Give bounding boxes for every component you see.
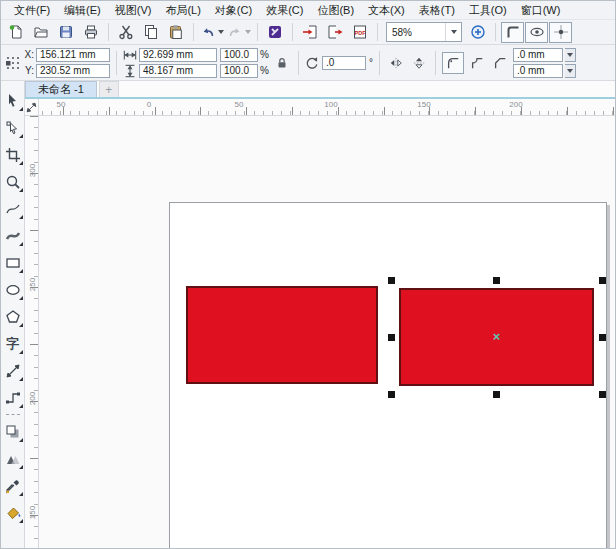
menu-item[interactable]: 窗口(W) <box>514 1 568 20</box>
selection-handle[interactable] <box>388 391 395 398</box>
menu-item[interactable]: 效果(C) <box>259 1 310 20</box>
spinner-button[interactable] <box>565 48 576 62</box>
rectangle-shape[interactable] <box>186 286 378 384</box>
import-button[interactable] <box>298 21 322 43</box>
drop-shadow-tool[interactable] <box>1 418 25 445</box>
menu-item[interactable]: 文件(F) <box>7 1 57 20</box>
new-document-button[interactable] <box>4 21 28 43</box>
selection-handle[interactable] <box>388 277 395 284</box>
zoom-level-combo[interactable] <box>386 22 462 42</box>
undo-button[interactable] <box>199 21 225 43</box>
toolbar-separator <box>495 23 496 41</box>
zoom-tool[interactable] <box>1 168 25 195</box>
menu-item[interactable]: 视图(V) <box>108 1 159 20</box>
print-button[interactable] <box>79 21 103 43</box>
vertical-ruler[interactable]: 300250200150 <box>25 116 39 549</box>
lock-icon <box>275 56 289 70</box>
menu-item[interactable]: 工具(O) <box>462 1 514 20</box>
snap-target-button[interactable] <box>549 22 572 43</box>
cut-button[interactable] <box>114 21 138 43</box>
copy-button[interactable] <box>139 21 163 43</box>
y-position-input[interactable] <box>36 64 110 78</box>
corner-radius-top-input[interactable] <box>513 48 563 62</box>
rotation-angle-input[interactable] <box>322 56 366 70</box>
dropdown-arrow-icon[interactable] <box>245 30 251 34</box>
zoom-level-input[interactable] <box>387 23 445 41</box>
save-button[interactable] <box>54 21 78 43</box>
ruler-origin-button[interactable] <box>25 99 39 116</box>
selection-handle[interactable] <box>388 334 395 341</box>
shape-tool[interactable] <box>1 114 25 141</box>
pick-tool[interactable] <box>1 87 25 114</box>
export-button[interactable] <box>323 21 347 43</box>
toolbar-separator <box>108 23 109 41</box>
ruler-label: 150 <box>417 100 430 109</box>
object-height-icon <box>123 64 137 78</box>
app-launcher-button[interactable] <box>263 21 287 43</box>
standard-toolbar: PDF <box>1 19 615 45</box>
selection-handle[interactable] <box>493 277 500 284</box>
lock-ratio-button[interactable] <box>272 53 292 73</box>
dropdown-arrow-icon[interactable] <box>218 30 224 34</box>
spinner-button[interactable] <box>565 64 576 78</box>
menu-item[interactable]: 对象(C) <box>208 1 259 20</box>
crop-tool-icon <box>5 147 21 163</box>
preview-eye-button[interactable] <box>525 22 548 43</box>
add-page-button[interactable]: + <box>99 81 119 97</box>
menu-item[interactable]: 位图(B) <box>310 1 361 20</box>
degree-label: ° <box>369 57 373 68</box>
dimension-tool[interactable] <box>1 357 25 384</box>
cut-icon <box>118 24 134 40</box>
artistic-media-tool[interactable] <box>1 222 25 249</box>
zoom-fit-button[interactable] <box>466 21 490 43</box>
freehand-tool[interactable] <box>1 195 25 222</box>
chevron-down-icon[interactable] <box>445 23 461 41</box>
text-tool[interactable]: 字 <box>1 330 25 357</box>
chamfered-corner-button[interactable] <box>490 53 510 73</box>
menu-item[interactable]: 文本(X) <box>361 1 412 20</box>
mirror-horizontal-button[interactable] <box>386 53 406 73</box>
selection-handle[interactable] <box>599 277 606 284</box>
ruler-label: 250 <box>28 278 37 292</box>
freehand-tool-icon <box>5 201 21 217</box>
ruler-label: 50 <box>57 100 66 109</box>
object-height-input[interactable] <box>139 64 217 78</box>
publish-pdf-button[interactable]: PDF <box>348 21 372 43</box>
selection-handle[interactable] <box>599 334 606 341</box>
ellipse-tool[interactable] <box>1 276 25 303</box>
page-border-button[interactable] <box>501 22 524 43</box>
scalloped-corner-button[interactable] <box>467 53 487 73</box>
paste-icon <box>168 24 184 40</box>
canvas[interactable]: × <box>39 116 615 549</box>
round-corner-button[interactable] <box>442 52 464 74</box>
round-corner-icon <box>446 56 460 70</box>
x-position-input[interactable] <box>36 48 110 62</box>
rectangle-tool[interactable] <box>1 249 25 276</box>
import-icon <box>302 24 318 40</box>
transparency-tool[interactable] <box>1 445 25 472</box>
redo-button[interactable] <box>226 21 252 43</box>
menu-item[interactable]: 布局(L) <box>158 1 207 20</box>
scale-horizontal-input[interactable] <box>220 48 258 62</box>
corner-radius-bottom-input[interactable] <box>513 64 563 78</box>
menu-item[interactable]: 表格(T) <box>412 1 462 20</box>
svg-text:PDF: PDF <box>355 30 367 36</box>
zoom-tool-icon <box>5 174 21 190</box>
polygon-tool[interactable] <box>1 303 25 330</box>
scale-vertical-input[interactable] <box>220 64 258 78</box>
eyedropper-tool[interactable] <box>1 472 25 499</box>
selection-handle[interactable] <box>493 391 500 398</box>
horizontal-ruler[interactable]: 50050100150200 <box>39 99 615 115</box>
rectangle-tool-icon <box>5 255 21 271</box>
object-width-input[interactable] <box>139 48 217 62</box>
connector-tool[interactable] <box>1 384 25 411</box>
mirror-vertical-button[interactable] <box>409 53 429 73</box>
toolbar-separator <box>193 23 194 41</box>
paste-button[interactable] <box>164 21 188 43</box>
crop-tool[interactable] <box>1 141 25 168</box>
selection-handle[interactable] <box>599 391 606 398</box>
document-tab[interactable]: 未命名 -1 <box>25 81 97 97</box>
open-folder-button[interactable] <box>29 21 53 43</box>
menu-item[interactable]: 编辑(E) <box>57 1 108 20</box>
fill-tool[interactable] <box>1 499 25 526</box>
